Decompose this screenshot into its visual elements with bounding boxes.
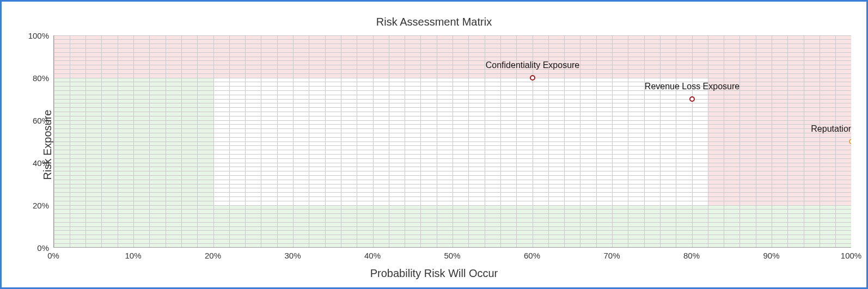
data-point-label: Revenue Loss Exposure — [645, 82, 739, 91]
x-tick: 20% — [205, 251, 221, 260]
x-tick: 90% — [763, 251, 779, 260]
x-axis-label: Probability Risk Will Occur — [2, 267, 866, 280]
data-point-label: Confidentiality Exposure — [486, 60, 580, 70]
x-tick: 30% — [284, 251, 301, 260]
x-tick: 60% — [524, 251, 540, 260]
x-tick: 0% — [47, 251, 59, 260]
plot-inner: Confidentiality ExposureRevenue Loss Exp… — [53, 35, 851, 248]
plot-area: Confidentiality ExposureRevenue Loss Exp… — [53, 35, 851, 248]
y-tick: 0% — [37, 243, 49, 253]
data-point — [849, 139, 851, 144]
x-tick: 70% — [603, 251, 620, 260]
x-tick: 10% — [125, 251, 141, 260]
x-tick: 100% — [841, 251, 861, 260]
y-tick: 100% — [28, 31, 49, 40]
data-point-label: Reputation Exposure — [811, 124, 851, 134]
x-tick: 80% — [683, 251, 700, 260]
y-tick: 80% — [33, 73, 49, 83]
y-tick: 60% — [33, 116, 49, 125]
x-tick: 40% — [364, 251, 381, 260]
gridlines — [54, 35, 851, 248]
chart-frame: Risk Assessment Matrix Risk Exposure Pro… — [0, 0, 868, 289]
data-point — [530, 75, 535, 81]
y-tick: 40% — [33, 158, 49, 168]
x-tick: 50% — [444, 251, 460, 260]
y-tick: 20% — [33, 201, 49, 210]
chart-title: Risk Assessment Matrix — [2, 16, 866, 28]
data-point — [689, 96, 695, 102]
